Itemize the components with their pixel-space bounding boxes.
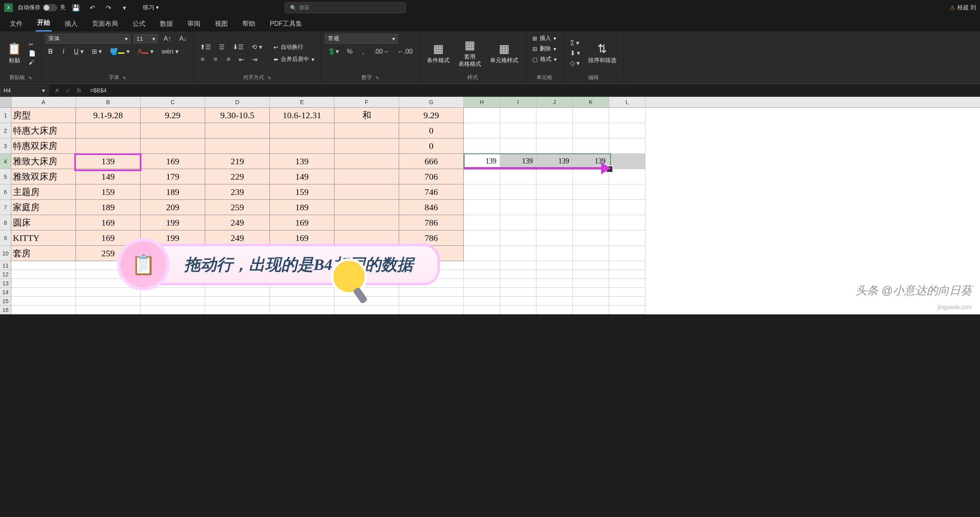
col-header-G[interactable]: G [399, 97, 464, 107]
delete-cells-button[interactable]: ⊟删除 ▾ [530, 44, 559, 53]
cell[interactable]: 9.29 [399, 108, 464, 123]
cell[interactable] [536, 200, 573, 215]
cell[interactable]: 239 [205, 184, 270, 200]
underline-button[interactable]: U ▾ [72, 47, 86, 56]
row-header[interactable]: 9 [0, 230, 11, 246]
cell[interactable] [399, 297, 464, 306]
col-header-A[interactable]: A [11, 97, 76, 107]
cell[interactable]: 179 [141, 169, 205, 184]
cell[interactable]: 家庭房 [11, 200, 76, 215]
cell[interactable]: 219 [205, 154, 270, 169]
cell[interactable] [536, 215, 573, 230]
row-header[interactable]: 1 [0, 108, 11, 123]
cell[interactable] [609, 138, 646, 154]
col-header-F[interactable]: F [334, 97, 399, 107]
row-header[interactable]: 11 [0, 261, 11, 270]
cell[interactable]: 特惠大床房 [11, 123, 76, 138]
cell[interactable]: 139 [270, 154, 334, 169]
cell[interactable] [500, 306, 536, 314]
col-header-E[interactable]: E [270, 97, 334, 107]
cell[interactable] [573, 288, 609, 297]
cell[interactable] [609, 270, 646, 279]
row-header[interactable]: 8 [0, 215, 11, 230]
font-size-combo[interactable]: 11▾ [134, 34, 158, 43]
user-account[interactable]: ⚠ 桂超 刘 [950, 4, 976, 11]
cell[interactable] [500, 230, 536, 246]
cell[interactable] [205, 123, 270, 138]
select-all-corner[interactable] [0, 97, 11, 107]
cell[interactable]: 189 [270, 200, 334, 215]
cancel-formula-button[interactable]: ✕ [52, 86, 61, 94]
align-left-button[interactable]: ≡ [198, 55, 207, 64]
cell[interactable]: 10.6-12.31 [270, 108, 334, 123]
cell[interactable] [536, 108, 573, 123]
cell[interactable] [464, 270, 500, 279]
clipboard-launcher-icon[interactable]: ⬊ [28, 75, 32, 80]
cell[interactable]: 149 [270, 169, 334, 184]
cell[interactable] [609, 184, 646, 200]
cell[interactable]: 149 [76, 169, 141, 184]
cell[interactable] [609, 288, 646, 297]
cell[interactable]: 139 [76, 154, 141, 169]
cell[interactable] [500, 215, 536, 230]
format-cells-button[interactable]: ▢格式 ▾ [530, 55, 559, 64]
cell[interactable] [76, 123, 141, 138]
cell[interactable]: 846 [399, 200, 464, 215]
cell[interactable]: 0 [399, 138, 464, 154]
italic-button[interactable]: I [59, 47, 68, 56]
tab-view[interactable]: 视图 [213, 17, 229, 31]
cell[interactable] [11, 261, 76, 270]
cell[interactable] [464, 230, 500, 246]
cell[interactable] [573, 184, 609, 200]
cell[interactable]: 9.29 [141, 108, 205, 123]
enter-formula-button[interactable]: ✓ [63, 86, 73, 94]
cell[interactable] [334, 200, 399, 215]
cell[interactable] [464, 246, 500, 261]
cell[interactable]: 0 [399, 123, 464, 138]
redo-icon[interactable]: ↷ [103, 2, 114, 13]
cell[interactable]: 特惠双床房 [11, 138, 76, 154]
cell[interactable] [536, 279, 573, 288]
cell[interactable] [399, 306, 464, 314]
row-header[interactable]: 10 [0, 246, 11, 261]
autosum-button[interactable]: Σ ▾ [568, 38, 583, 48]
cell[interactable] [464, 261, 500, 270]
format-table-button[interactable]: ▦套用 表格格式 [455, 37, 484, 69]
tab-data[interactable]: 数据 [158, 17, 175, 31]
cell[interactable] [141, 123, 205, 138]
font-color-button[interactable]: A ▾ [135, 47, 156, 56]
cell[interactable] [464, 297, 500, 306]
insert-cells-button[interactable]: ⊞插入 ▾ [530, 34, 559, 43]
cell[interactable] [573, 138, 609, 154]
tab-insert[interactable]: 插入 [63, 17, 79, 31]
increase-indent-button[interactable]: ⇥ [250, 55, 260, 64]
cell[interactable] [536, 123, 573, 138]
cell[interactable] [334, 154, 399, 169]
cell[interactable] [205, 297, 270, 306]
col-header-H[interactable]: H [464, 97, 500, 107]
align-right-button[interactable]: ≡ [223, 55, 233, 64]
tab-layout[interactable]: 页面布局 [90, 17, 120, 31]
cell[interactable] [205, 138, 270, 154]
cell[interactable] [536, 230, 573, 246]
cell[interactable]: 雅致大床房 [11, 154, 76, 169]
align-center-button[interactable]: ≡ [210, 55, 220, 64]
cell[interactable]: 169 [270, 215, 334, 230]
cell[interactable] [573, 230, 609, 246]
row-header[interactable]: 3 [0, 138, 11, 154]
cell[interactable] [334, 123, 399, 138]
tab-home[interactable]: 开始 [36, 15, 52, 31]
cell[interactable] [464, 138, 500, 154]
cell[interactable] [573, 306, 609, 314]
cell[interactable] [141, 306, 205, 314]
cell[interactable] [500, 246, 536, 261]
cell[interactable] [270, 123, 334, 138]
align-top-button[interactable]: ⬆☰ [198, 42, 213, 52]
cell[interactable] [609, 306, 646, 314]
row-header[interactable]: 5 [0, 169, 11, 184]
font-name-combo[interactable]: 宋体▾ [46, 34, 130, 44]
cell[interactable]: 259 [205, 200, 270, 215]
decrease-indent-button[interactable]: ⇤ [236, 55, 246, 64]
cell[interactable]: KITTY [11, 230, 76, 246]
cell[interactable] [609, 108, 646, 123]
